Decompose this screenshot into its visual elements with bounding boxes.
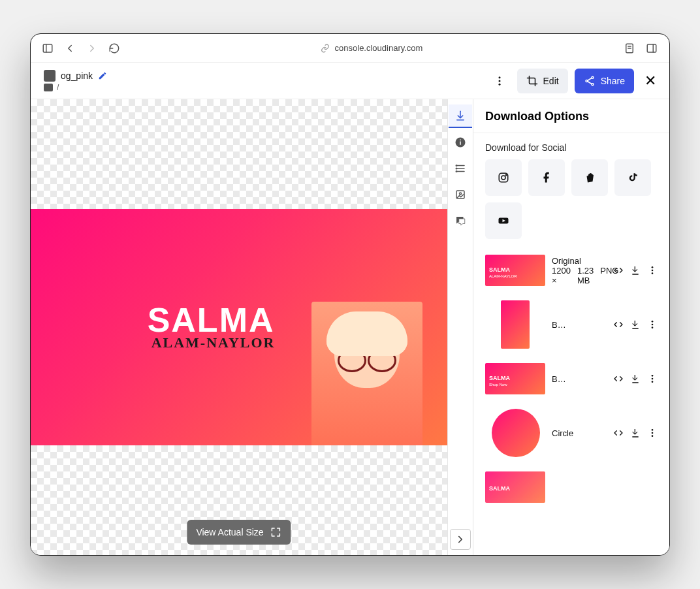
download-panel: Download Options Download for Social	[473, 99, 669, 555]
svg-point-41	[652, 429, 654, 431]
tab-info-icon[interactable]	[449, 131, 472, 154]
reader-icon[interactable]	[622, 41, 637, 56]
tabs-icon[interactable]	[644, 41, 659, 56]
row-more-icon[interactable]	[647, 265, 658, 276]
back-icon[interactable]	[63, 42, 76, 55]
svg-point-24	[456, 171, 457, 172]
download-thumb[interactable]: SALMAShop Now	[485, 363, 545, 394]
download-thumb[interactable]	[492, 409, 540, 457]
code-icon[interactable]	[613, 319, 624, 330]
view-actual-size-button[interactable]: View Actual Size	[187, 520, 291, 545]
row-more-icon[interactable]	[647, 319, 658, 330]
download-icon[interactable]	[630, 428, 641, 438]
tab-comments-icon[interactable]	[449, 209, 472, 232]
reload-icon[interactable]	[108, 42, 121, 55]
download-thumb[interactable]: SALMAALAM-NAYLOR	[485, 255, 545, 286]
svg-point-33	[652, 270, 654, 272]
rename-icon[interactable]	[98, 71, 107, 80]
more-menu-icon[interactable]	[488, 70, 511, 92]
svg-point-40	[652, 381, 654, 383]
download-size: 1.23 MB	[577, 266, 594, 285]
edit-label: Edit	[543, 76, 559, 86]
social-tiktok-icon[interactable]	[614, 159, 651, 196]
download-name: Circle	[552, 428, 607, 438]
download-icon[interactable]	[630, 319, 641, 330]
preview-image: SALMA ALAM-NAYLOR	[31, 209, 447, 446]
url-text: console.cloudinary.com	[335, 43, 423, 53]
view-actual-label: View Actual Size	[196, 527, 263, 537]
code-icon[interactable]	[613, 428, 624, 438]
svg-point-22	[456, 165, 457, 167]
share-label: Share	[601, 76, 625, 86]
app-window: console.cloudinary.com og_pink /	[30, 33, 670, 556]
tab-analyze-icon[interactable]	[449, 183, 472, 206]
sidebar-toggle-icon[interactable]	[41, 42, 54, 55]
file-name: og_pink	[61, 71, 93, 81]
svg-point-26	[460, 193, 462, 195]
download-name: B…	[552, 320, 578, 330]
expand-icon	[270, 526, 282, 538]
download-row: SALMAShop Now B…	[485, 359, 658, 398]
svg-point-39	[652, 378, 654, 380]
svg-line-13	[588, 78, 592, 80]
forward-icon	[86, 42, 99, 55]
image-asset-icon	[44, 70, 56, 82]
link-icon	[321, 44, 330, 53]
svg-point-43	[652, 435, 654, 437]
download-row: Circle	[485, 405, 658, 461]
browser-toolbar: console.cloudinary.com	[31, 34, 669, 63]
download-thumb[interactable]: SALMA	[485, 471, 545, 503]
svg-point-28	[501, 176, 505, 180]
next-page-icon[interactable]	[450, 529, 471, 550]
download-name: Original	[552, 256, 607, 266]
social-facebook-icon[interactable]	[528, 159, 565, 196]
social-shopify-icon[interactable]	[571, 159, 608, 196]
code-icon[interactable]	[613, 265, 624, 276]
panel-title: Download Options	[473, 99, 669, 133]
download-icon[interactable]	[630, 374, 641, 384]
url-display[interactable]: console.cloudinary.com	[130, 43, 613, 53]
svg-point-7	[498, 76, 500, 78]
edit-button[interactable]: Edit	[517, 69, 568, 93]
svg-line-14	[588, 81, 592, 84]
svg-point-29	[505, 174, 507, 176]
social-section-label: Download for Social	[485, 142, 658, 153]
svg-point-42	[652, 432, 654, 434]
crop-icon	[526, 75, 538, 87]
download-thumb[interactable]	[501, 300, 530, 349]
tab-metadata-icon[interactable]	[449, 157, 472, 180]
svg-point-23	[456, 168, 457, 169]
svg-point-36	[652, 324, 654, 326]
row-more-icon[interactable]	[647, 374, 658, 384]
svg-point-37	[652, 326, 654, 328]
share-button[interactable]: Share	[575, 69, 634, 93]
close-icon[interactable]: ✕	[644, 72, 656, 89]
svg-point-34	[652, 272, 654, 274]
image-headline: SALMA	[148, 303, 276, 337]
main-content: SALMA ALAM-NAYLOR View Actual Size	[31, 99, 669, 555]
app-header: og_pink / Edit Share ✕	[31, 63, 669, 99]
download-row: SALMAALAM-NAYLOR Original 1200 × 1.23 MB…	[485, 251, 658, 290]
tab-download-icon[interactable]	[449, 104, 472, 128]
download-icon[interactable]	[630, 265, 641, 276]
breadcrumb[interactable]: /	[57, 83, 59, 92]
svg-rect-17	[460, 142, 461, 145]
svg-point-32	[652, 266, 654, 268]
svg-rect-18	[460, 140, 461, 141]
social-instagram-icon[interactable]	[485, 159, 522, 196]
download-row: B…	[485, 296, 658, 353]
folder-icon	[44, 84, 53, 91]
download-dims: 1200 ×	[552, 266, 571, 285]
code-icon[interactable]	[613, 374, 624, 384]
social-youtube-icon[interactable]	[485, 202, 522, 239]
share-icon	[584, 75, 596, 87]
row-more-icon[interactable]	[647, 428, 658, 438]
svg-point-38	[652, 375, 654, 377]
svg-point-9	[498, 83, 500, 85]
canvas-area[interactable]: SALMA ALAM-NAYLOR View Actual Size	[31, 99, 447, 555]
image-subhead: ALAM-NAYLOR	[151, 334, 276, 351]
panel-tab-rail	[447, 99, 473, 555]
download-name: B…	[552, 374, 578, 384]
image-portrait	[311, 302, 422, 445]
svg-point-8	[498, 80, 500, 82]
